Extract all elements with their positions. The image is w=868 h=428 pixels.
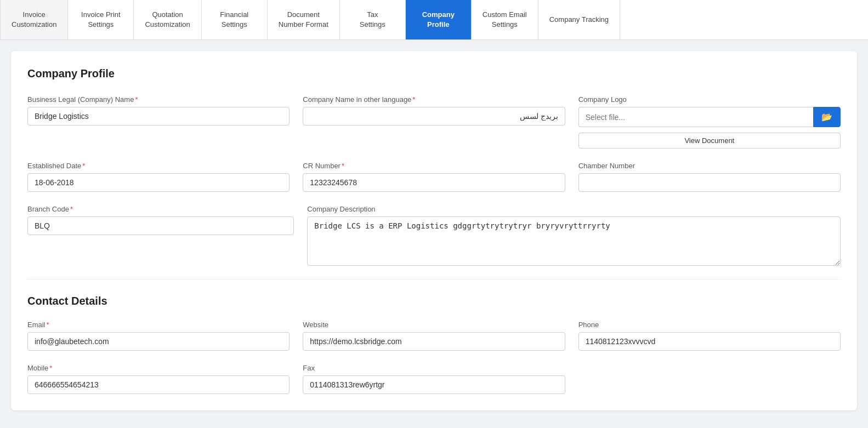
tab-company-tracking[interactable]: Company Tracking [538, 0, 620, 39]
view-document-button[interactable]: View Document [578, 133, 841, 149]
file-input[interactable] [578, 107, 813, 127]
company-logo-group: Company Logo 📂 View Document [578, 95, 841, 149]
tab-invoice-customization[interactable]: Invoice Customization [0, 0, 68, 39]
phone-label: Phone [578, 321, 841, 329]
cr-number-input[interactable] [303, 173, 565, 192]
phone-input[interactable] [578, 332, 841, 351]
page-title: Company Profile [27, 67, 841, 80]
chamber-number-group: Chamber Number [578, 162, 841, 192]
email-input[interactable] [27, 332, 290, 351]
fax-input[interactable] [303, 375, 565, 394]
company-logo-label: Company Logo [578, 95, 841, 104]
form-row-2: Established Date* CR Number* Chamber Num… [27, 162, 841, 192]
empty-group [578, 364, 841, 394]
tabs-nav: Invoice CustomizationInvoice Print Setti… [0, 0, 868, 40]
email-label: Email* [27, 321, 290, 329]
contact-row-2: Mobile* Fax [27, 364, 841, 394]
company-name-other-input[interactable] [303, 107, 565, 125]
mobile-group: Mobile* [27, 364, 290, 394]
file-input-group: 📂 [578, 107, 841, 127]
company-name-other-group: Company Name in other language* [303, 95, 565, 149]
company-description-label: Company Description [307, 205, 841, 213]
tab-financial-settings[interactable]: Financial Settings [202, 0, 268, 39]
cr-number-label: CR Number* [303, 162, 565, 170]
chamber-number-label: Chamber Number [578, 162, 841, 170]
established-date-label: Established Date* [27, 162, 290, 170]
tab-custom-email-settings[interactable]: Custom Email Settings [472, 0, 538, 39]
tab-tax-settings[interactable]: Tax Settings [340, 0, 406, 39]
branch-code-group: Branch Code* [27, 205, 294, 266]
branch-code-label: Branch Code* [27, 205, 294, 213]
established-date-input[interactable] [27, 173, 290, 192]
tab-company-profile[interactable]: Company Profile [406, 0, 472, 39]
section-divider [27, 279, 841, 279]
file-browse-button[interactable]: 📂 [813, 107, 841, 127]
folder-icon: 📂 [821, 112, 832, 122]
form-row-1: Business Legal (Company) Name* Company N… [27, 95, 841, 149]
branch-code-input[interactable] [27, 216, 294, 235]
chamber-number-input[interactable] [578, 173, 841, 192]
email-group: Email* [27, 321, 290, 351]
main-content: Company Profile Business Legal (Company)… [0, 40, 868, 421]
website-label: Website [303, 321, 565, 329]
business-name-label: Business Legal (Company) Name* [27, 95, 290, 104]
company-description-group: Company Description Bridge LCS is a ERP … [307, 205, 841, 266]
tab-invoice-print-settings[interactable]: Invoice Print Settings [68, 0, 134, 39]
fax-label: Fax [303, 364, 565, 372]
mobile-label: Mobile* [27, 364, 290, 372]
phone-group: Phone [578, 321, 841, 351]
cr-number-group: CR Number* [303, 162, 565, 192]
website-input[interactable] [303, 332, 565, 351]
form-row-3: Branch Code* Company Description Bridge … [27, 205, 841, 266]
company-description-input[interactable]: Bridge LCS is a ERP Logistics gdggrtytry… [307, 216, 841, 266]
contact-row-1: Email* Website Phone [27, 321, 841, 351]
contact-section-title: Contact Details [27, 295, 841, 307]
tab-quotation-customization[interactable]: Quotation Customization [134, 0, 201, 39]
business-name-group: Business Legal (Company) Name* [27, 95, 290, 149]
business-name-input[interactable] [27, 107, 290, 125]
tab-document-number-format[interactable]: Document Number Format [268, 0, 340, 39]
mobile-input[interactable] [27, 375, 290, 394]
established-date-group: Established Date* [27, 162, 290, 192]
website-group: Website [303, 321, 565, 351]
company-profile-card: Company Profile Business Legal (Company)… [11, 51, 857, 410]
company-name-other-label: Company Name in other language* [303, 95, 565, 104]
fax-group: Fax [303, 364, 565, 394]
